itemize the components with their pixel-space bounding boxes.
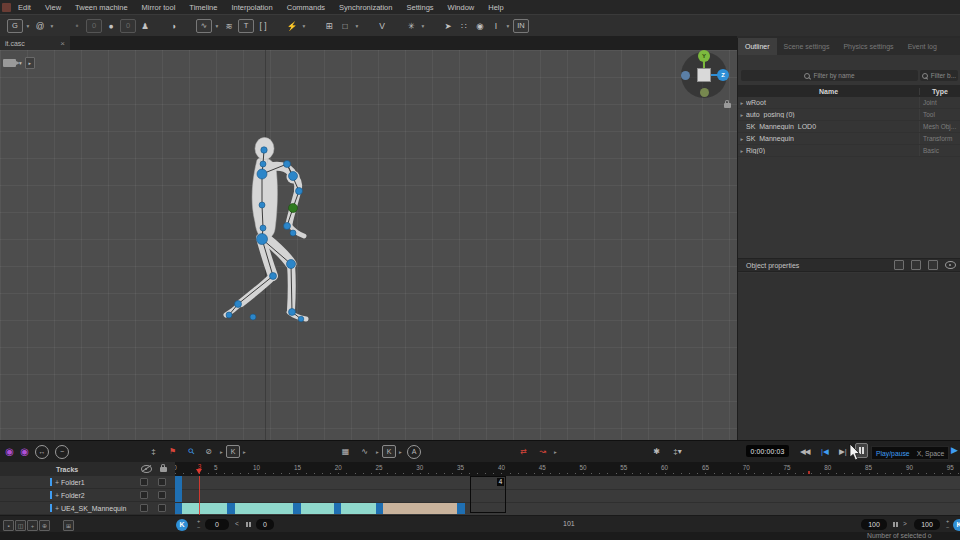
menu-settings[interactable]: Settings (399, 3, 440, 12)
edge-key-button[interactable]: K (953, 519, 960, 531)
timeline-block[interactable] (175, 476, 182, 502)
brush-tool-button[interactable]: ◗ (167, 19, 181, 33)
gizmo-z-axis[interactable]: Z (717, 69, 729, 81)
run-pose-dropdown[interactable]: ▾ (301, 19, 307, 33)
go-to-start-button[interactable]: |◀ (821, 444, 829, 458)
select-cursor-button[interactable]: ➤ (441, 19, 455, 33)
next-frame-button[interactable]: ▶| (839, 444, 847, 458)
animation-segment-cyan[interactable] (341, 503, 375, 514)
outliner-row[interactable]: SK_Mannequin_LOD0Mesh Obj... (738, 121, 960, 133)
view-dropdown[interactable]: ▾ (354, 19, 360, 33)
dot-indicator[interactable]: • (70, 19, 84, 33)
frame-stepper[interactable]: + − (195, 518, 202, 530)
panel-option-icon[interactable] (928, 260, 938, 270)
track-row-ue4_sk_mannequin[interactable]: +UE4_SK_Mannequin (0, 502, 175, 515)
animation-segment-blue[interactable] (293, 503, 300, 514)
animation-segment-cyan[interactable] (182, 503, 228, 514)
run-pose-tool-button[interactable]: ⚡ (285, 19, 299, 33)
close-icon[interactable]: × (60, 39, 65, 48)
node-tool-button[interactable]: ✳ (404, 19, 418, 33)
menu-tween-machine[interactable]: Tween machine (68, 3, 135, 12)
next-button[interactable]: > (903, 520, 907, 527)
timeline-ruler[interactable]: 051015202530354045505560657075808590953 (175, 462, 960, 476)
track-checkbox[interactable] (158, 504, 166, 512)
tab-scene-settings[interactable]: Scene settings (777, 38, 837, 55)
range-start-field[interactable]: 100 (861, 519, 887, 530)
loop-start-field[interactable]: 0 (256, 519, 274, 530)
spiral-tool-dropdown[interactable]: ▾ (49, 19, 55, 33)
filter-by-type-input[interactable]: Filter b... (920, 70, 958, 81)
ibeam-tool-button[interactable]: I (489, 19, 503, 33)
timeline-lanes[interactable]: 4 (175, 476, 960, 515)
panel-option-icon[interactable] (894, 260, 904, 270)
node-tool-dropdown[interactable]: ▾ (420, 19, 426, 33)
wave-tool-button[interactable]: ∿ (196, 19, 212, 33)
box-select-icon[interactable]: ▦ (339, 445, 352, 458)
tab-outliner[interactable]: Outliner (738, 38, 777, 55)
timeline-tool-icon[interactable]: ▪ (3, 520, 14, 531)
flag-icon[interactable]: ⚑ (166, 445, 179, 458)
dropdown-icon[interactable]: ▸ (219, 445, 224, 458)
menu-commands[interactable]: Commands (280, 3, 332, 12)
menu-view[interactable]: View (38, 3, 68, 12)
foot-pin-tool-button[interactable]: ◉ (473, 19, 487, 33)
column-type[interactable]: Type (919, 88, 960, 95)
menu-mirror-tool[interactable]: Mirror tool (135, 3, 183, 12)
no-entry-icon[interactable]: ⊘ (202, 445, 215, 458)
point-tool-button[interactable]: ● (104, 19, 118, 33)
key-icon[interactable]: ⚲ (182, 442, 200, 460)
value-field-right[interactable]: 0 (120, 19, 136, 33)
menu-interpolation[interactable]: Interpolation (224, 3, 279, 12)
eye-icon[interactable] (945, 261, 956, 269)
camera-menu[interactable]: ▾ ▸ (3, 57, 35, 69)
track-checkbox[interactable] (140, 504, 148, 512)
expand-arrow-icon[interactable]: ▸ (738, 148, 746, 154)
dropdown-icon[interactable]: ▸ (242, 445, 247, 458)
stop-icon[interactable] (246, 522, 251, 527)
outliner-row[interactable]: ▸wRootJoint (738, 97, 960, 109)
orientation-gizmo[interactable]: Y Z (681, 52, 727, 98)
tab-event-log[interactable]: Event log (901, 38, 944, 55)
mirror-horizontal-icon[interactable]: ↔ (35, 445, 49, 459)
gizmo-neg-x-axis[interactable] (681, 71, 690, 80)
dropdown-icon[interactable]: ▸ (553, 445, 558, 458)
timeline-tool-icon[interactable]: ⊕ (39, 520, 50, 531)
ghost-pose-prev-icon[interactable]: ◉ (3, 445, 16, 458)
red-curve-key-icon[interactable]: ↝ (536, 445, 549, 458)
app-icon[interactable] (2, 3, 11, 12)
square-view-button[interactable]: □ (338, 19, 352, 33)
outliner-row[interactable]: ▸SK_MannequinTransform (738, 133, 960, 145)
pin-icon[interactable]: ‡ (147, 445, 160, 458)
menu-timeline[interactable]: Timeline (182, 3, 224, 12)
animation-segment-blue[interactable] (376, 503, 383, 514)
brackets-tool-button[interactable]: [ ] (256, 19, 270, 33)
g-tool-dropdown[interactable]: ▾ (25, 19, 31, 33)
character-tool-button[interactable]: ♟ (138, 19, 152, 33)
grid-view-button[interactable]: ⊞ (322, 19, 336, 33)
value-field-left[interactable]: 0 (86, 19, 102, 33)
track-row-folder2[interactable]: +Folder2 (0, 489, 175, 502)
expand-arrow-icon[interactable]: ▸ (738, 100, 746, 106)
panel-option-icon[interactable] (911, 260, 921, 270)
current-frame-field[interactable]: 0 (205, 519, 229, 530)
animation-segment-blue[interactable] (227, 503, 234, 514)
column-name[interactable]: Name (738, 88, 919, 95)
prev-button[interactable]: < (235, 520, 239, 527)
playhead-line[interactable] (199, 476, 200, 515)
ghost-pose-next-icon[interactable]: ◉ (18, 445, 31, 458)
dropdown-icon[interactable]: ▸ (398, 445, 403, 458)
animation-segment-blue[interactable] (457, 503, 465, 514)
outliner-row[interactable]: ▸Rig(0)Basic (738, 145, 960, 157)
gizmo-y-axis[interactable]: Y (698, 50, 710, 62)
selection-box[interactable]: 4 (470, 476, 506, 513)
track-checkbox[interactable] (140, 491, 148, 499)
expand-arrow-icon[interactable]: ▸ (738, 136, 746, 142)
in-badge-button[interactable]: IN (513, 19, 529, 33)
timeline-tool-icon[interactable]: + (27, 520, 38, 531)
feet-tool-button[interactable]: ∷ (457, 19, 471, 33)
set-key-button[interactable]: K (176, 519, 188, 531)
collapse-circle-icon[interactable]: − (55, 445, 69, 459)
menu-window[interactable]: Window (441, 3, 482, 12)
lock-icon[interactable] (724, 103, 731, 108)
rewind-button[interactable]: ◀◀ (800, 444, 810, 458)
